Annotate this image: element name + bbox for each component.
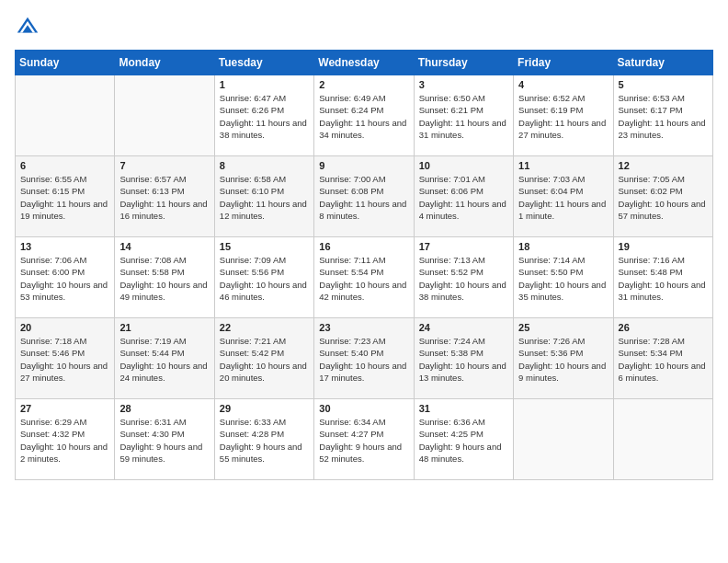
calendar-cell: 30Sunrise: 6:34 AM Sunset: 4:27 PM Dayli… (314, 399, 414, 480)
day-info: Sunrise: 6:34 AM Sunset: 4:27 PM Dayligh… (319, 416, 408, 465)
day-info: Sunrise: 7:08 AM Sunset: 5:58 PM Dayligh… (119, 254, 209, 303)
day-number: 3 (419, 79, 508, 90)
week-row-1: 1Sunrise: 6:47 AM Sunset: 6:26 PM Daylig… (16, 75, 713, 156)
calendar-cell: 21Sunrise: 7:19 AM Sunset: 5:44 PM Dayli… (115, 318, 214, 399)
week-row-2: 6Sunrise: 6:55 AM Sunset: 6:15 PM Daylig… (16, 156, 713, 237)
day-number: 16 (319, 241, 408, 252)
calendar-cell: 3Sunrise: 6:50 AM Sunset: 6:21 PM Daylig… (414, 75, 513, 156)
day-number: 31 (419, 403, 508, 414)
logo (15, 15, 44, 40)
calendar-cell: 22Sunrise: 7:21 AM Sunset: 5:42 PM Dayli… (214, 318, 313, 399)
day-number: 9 (319, 160, 408, 171)
calendar-cell: 4Sunrise: 6:52 AM Sunset: 6:19 PM Daylig… (514, 75, 613, 156)
day-number: 11 (518, 160, 608, 171)
day-info: Sunrise: 7:06 AM Sunset: 6:00 PM Dayligh… (20, 254, 109, 303)
day-number: 10 (419, 160, 508, 171)
day-number: 27 (20, 403, 109, 414)
calendar-cell: 2Sunrise: 6:49 AM Sunset: 6:24 PM Daylig… (314, 75, 414, 156)
day-info: Sunrise: 6:29 AM Sunset: 4:32 PM Dayligh… (20, 416, 109, 465)
day-info: Sunrise: 7:11 AM Sunset: 5:54 PM Dayligh… (319, 254, 408, 303)
calendar-cell: 23Sunrise: 7:23 AM Sunset: 5:40 PM Dayli… (314, 318, 414, 399)
calendar-header: SundayMondayTuesdayWednesdayThursdayFrid… (16, 51, 713, 75)
day-header-thursday: Thursday (414, 51, 513, 75)
day-number: 7 (119, 160, 209, 171)
calendar-cell: 26Sunrise: 7:28 AM Sunset: 5:34 PM Dayli… (613, 318, 712, 399)
calendar-cell: 27Sunrise: 6:29 AM Sunset: 4:32 PM Dayli… (16, 399, 115, 480)
calendar-cell (16, 75, 115, 156)
day-number: 26 (619, 322, 708, 333)
calendar-cell: 12Sunrise: 7:05 AM Sunset: 6:02 PM Dayli… (613, 156, 712, 237)
logo-icon (15, 15, 40, 40)
calendar-cell: 10Sunrise: 7:01 AM Sunset: 6:06 PM Dayli… (414, 156, 513, 237)
week-row-5: 27Sunrise: 6:29 AM Sunset: 4:32 PM Dayli… (16, 399, 713, 480)
calendar-cell: 16Sunrise: 7:11 AM Sunset: 5:54 PM Dayli… (314, 237, 414, 318)
day-info: Sunrise: 7:24 AM Sunset: 5:38 PM Dayligh… (419, 335, 508, 384)
calendar-cell (613, 399, 712, 480)
calendar-cell: 17Sunrise: 7:13 AM Sunset: 5:52 PM Dayli… (414, 237, 513, 318)
calendar-cell: 29Sunrise: 6:33 AM Sunset: 4:28 PM Dayli… (214, 399, 313, 480)
day-info: Sunrise: 6:52 AM Sunset: 6:19 PM Dayligh… (518, 92, 608, 141)
day-info: Sunrise: 7:18 AM Sunset: 5:46 PM Dayligh… (20, 335, 109, 384)
calendar-cell: 20Sunrise: 7:18 AM Sunset: 5:46 PM Dayli… (16, 318, 115, 399)
day-number: 8 (220, 160, 309, 171)
day-info: Sunrise: 7:23 AM Sunset: 5:40 PM Dayligh… (319, 335, 408, 384)
day-info: Sunrise: 7:28 AM Sunset: 5:34 PM Dayligh… (619, 335, 708, 384)
day-number: 20 (20, 322, 109, 333)
calendar-cell (115, 75, 214, 156)
day-info: Sunrise: 6:33 AM Sunset: 4:28 PM Dayligh… (220, 416, 309, 465)
day-info: Sunrise: 6:58 AM Sunset: 6:10 PM Dayligh… (220, 173, 309, 222)
day-number: 13 (20, 241, 109, 252)
calendar-cell: 19Sunrise: 7:16 AM Sunset: 5:48 PM Dayli… (613, 237, 712, 318)
calendar-cell: 15Sunrise: 7:09 AM Sunset: 5:56 PM Dayli… (214, 237, 313, 318)
day-info: Sunrise: 6:57 AM Sunset: 6:13 PM Dayligh… (119, 173, 209, 222)
calendar-table: SundayMondayTuesdayWednesdayThursdayFrid… (15, 50, 713, 480)
day-number: 21 (119, 322, 209, 333)
days-of-week-row: SundayMondayTuesdayWednesdayThursdayFrid… (16, 51, 713, 75)
page-header (15, 15, 713, 40)
calendar-cell: 14Sunrise: 7:08 AM Sunset: 5:58 PM Dayli… (115, 237, 214, 318)
calendar-cell: 11Sunrise: 7:03 AM Sunset: 6:04 PM Dayli… (514, 156, 613, 237)
day-number: 28 (119, 403, 209, 414)
day-number: 15 (220, 241, 309, 252)
day-number: 6 (20, 160, 109, 171)
day-number: 12 (619, 160, 708, 171)
day-header-saturday: Saturday (613, 51, 712, 75)
day-number: 2 (319, 79, 408, 90)
day-header-tuesday: Tuesday (214, 51, 313, 75)
calendar-cell: 7Sunrise: 6:57 AM Sunset: 6:13 PM Daylig… (115, 156, 214, 237)
day-info: Sunrise: 6:49 AM Sunset: 6:24 PM Dayligh… (319, 92, 408, 141)
day-info: Sunrise: 7:19 AM Sunset: 5:44 PM Dayligh… (119, 335, 209, 384)
week-row-4: 20Sunrise: 7:18 AM Sunset: 5:46 PM Dayli… (16, 318, 713, 399)
day-info: Sunrise: 7:01 AM Sunset: 6:06 PM Dayligh… (419, 173, 508, 222)
day-info: Sunrise: 7:00 AM Sunset: 6:08 PM Dayligh… (319, 173, 408, 222)
calendar-cell: 8Sunrise: 6:58 AM Sunset: 6:10 PM Daylig… (214, 156, 313, 237)
day-info: Sunrise: 6:31 AM Sunset: 4:30 PM Dayligh… (119, 416, 209, 465)
day-info: Sunrise: 6:36 AM Sunset: 4:25 PM Dayligh… (419, 416, 508, 465)
day-header-friday: Friday (514, 51, 613, 75)
calendar-cell (514, 399, 613, 480)
day-number: 24 (419, 322, 508, 333)
day-number: 4 (518, 79, 608, 90)
day-info: Sunrise: 6:47 AM Sunset: 6:26 PM Dayligh… (220, 92, 309, 141)
day-number: 29 (220, 403, 309, 414)
day-info: Sunrise: 7:21 AM Sunset: 5:42 PM Dayligh… (220, 335, 309, 384)
day-info: Sunrise: 7:26 AM Sunset: 5:36 PM Dayligh… (518, 335, 608, 384)
day-number: 23 (319, 322, 408, 333)
day-info: Sunrise: 7:09 AM Sunset: 5:56 PM Dayligh… (220, 254, 309, 303)
calendar-cell: 24Sunrise: 7:24 AM Sunset: 5:38 PM Dayli… (414, 318, 513, 399)
calendar-cell: 1Sunrise: 6:47 AM Sunset: 6:26 PM Daylig… (214, 75, 313, 156)
day-number: 18 (518, 241, 608, 252)
calendar-cell: 18Sunrise: 7:14 AM Sunset: 5:50 PM Dayli… (514, 237, 613, 318)
calendar-cell: 5Sunrise: 6:53 AM Sunset: 6:17 PM Daylig… (613, 75, 712, 156)
calendar-cell: 9Sunrise: 7:00 AM Sunset: 6:08 PM Daylig… (314, 156, 414, 237)
calendar-cell: 13Sunrise: 7:06 AM Sunset: 6:00 PM Dayli… (16, 237, 115, 318)
day-number: 30 (319, 403, 408, 414)
day-number: 19 (619, 241, 708, 252)
day-number: 25 (518, 322, 608, 333)
day-number: 1 (220, 79, 309, 90)
day-info: Sunrise: 7:03 AM Sunset: 6:04 PM Dayligh… (518, 173, 608, 222)
day-info: Sunrise: 7:13 AM Sunset: 5:52 PM Dayligh… (419, 254, 508, 303)
day-header-wednesday: Wednesday (314, 51, 414, 75)
day-number: 5 (619, 79, 708, 90)
calendar-body: 1Sunrise: 6:47 AM Sunset: 6:26 PM Daylig… (16, 75, 713, 480)
